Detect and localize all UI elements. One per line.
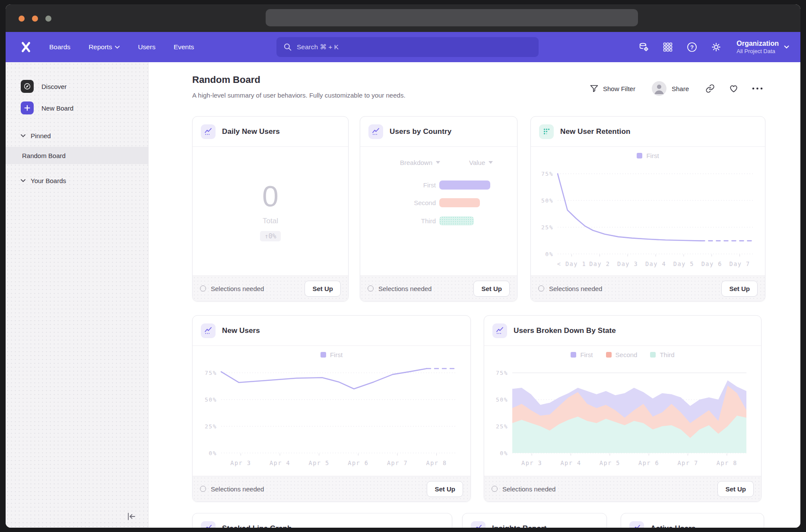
svg-text:Day 2: Day 2 bbox=[589, 260, 610, 267]
set-up-button[interactable]: Set Up bbox=[721, 281, 758, 297]
svg-text:75%: 75% bbox=[205, 370, 217, 376]
svg-text:75%: 75% bbox=[496, 370, 508, 376]
legend-swatch bbox=[571, 352, 576, 358]
card-title: Users by Country bbox=[390, 127, 451, 136]
organization-switcher[interactable]: Organization All Project Data bbox=[736, 39, 789, 55]
chevron-down-icon bbox=[21, 134, 25, 137]
nav-item-events[interactable]: Events bbox=[174, 43, 194, 51]
svg-text:Apr 4: Apr 4 bbox=[560, 459, 581, 466]
svg-text:?: ? bbox=[690, 44, 694, 51]
window-zoom-button[interactable] bbox=[45, 16, 51, 22]
value-dropdown[interactable]: Value bbox=[469, 159, 493, 166]
status-text: Selections needed bbox=[378, 285, 432, 292]
chevron-down-icon bbox=[115, 46, 120, 49]
gear-icon[interactable] bbox=[711, 41, 722, 53]
svg-text:50%: 50% bbox=[205, 396, 217, 403]
retention-line-chart: 75%50%25%0%< Day 1Day 2Day 3Day 4Day 5Da… bbox=[536, 163, 760, 272]
svg-text:Apr 5: Apr 5 bbox=[309, 459, 330, 466]
status-ring-icon bbox=[368, 285, 374, 291]
bar-first bbox=[439, 180, 490, 190]
traffic-lights bbox=[19, 16, 51, 22]
apps-grid-icon[interactable] bbox=[662, 41, 673, 53]
insights-chart-icon bbox=[629, 521, 644, 528]
insights-chart-icon bbox=[201, 323, 216, 338]
sidebar-section-your-boards[interactable]: Your Boards bbox=[21, 177, 66, 184]
svg-text:50%: 50% bbox=[541, 197, 553, 204]
legend-item-first: First bbox=[571, 351, 593, 358]
share-button[interactable]: Share bbox=[672, 85, 689, 92]
mixpanel-logo[interactable] bbox=[21, 41, 31, 53]
status-text: Selections needed bbox=[211, 285, 264, 292]
svg-text:Apr 8: Apr 8 bbox=[426, 459, 447, 466]
svg-text:0%: 0% bbox=[500, 450, 508, 456]
chevron-down-icon bbox=[21, 179, 25, 182]
sidebar-item-new-board[interactable]: New Board bbox=[6, 99, 148, 117]
svg-text:Apr 3: Apr 3 bbox=[521, 459, 542, 466]
collapse-sidebar-icon[interactable] bbox=[127, 512, 136, 521]
svg-text:75%: 75% bbox=[541, 171, 553, 177]
browser-window: Boards Reports Users Events Search ⌘ + K… bbox=[6, 4, 800, 528]
nav-item-users[interactable]: Users bbox=[138, 43, 155, 51]
nav-item-boards[interactable]: Boards bbox=[49, 43, 70, 51]
card-title: Users Broken Down By State bbox=[514, 326, 616, 335]
set-up-button[interactable]: Set Up bbox=[717, 481, 754, 497]
favorite-heart-icon[interactable] bbox=[729, 84, 739, 93]
window-close-button[interactable] bbox=[19, 16, 25, 22]
sidebar: Discover New Board Pinned Random Board Y… bbox=[6, 62, 149, 528]
card-active-users: Active Users bbox=[621, 513, 764, 528]
avatar[interactable] bbox=[652, 81, 666, 96]
legend-item-first: First bbox=[320, 351, 343, 358]
chart-legend: First Second Third bbox=[484, 351, 761, 358]
search-input[interactable]: Search ⌘ + K bbox=[276, 37, 539, 57]
funnel-icon bbox=[590, 84, 599, 93]
sidebar-item-random-board[interactable]: Random Board bbox=[6, 147, 148, 164]
search-placeholder: Search ⌘ + K bbox=[297, 43, 339, 51]
set-up-button[interactable]: Set Up bbox=[473, 281, 510, 297]
status-ring-icon bbox=[200, 486, 206, 492]
svg-text:Apr 6: Apr 6 bbox=[348, 459, 368, 466]
svg-text:Day 3: Day 3 bbox=[617, 260, 638, 267]
stacked-area-chart: 75%50%25%0%Apr 3Apr 4Apr 5Apr 6Apr 7Apr … bbox=[491, 362, 752, 471]
data-settings-icon[interactable] bbox=[638, 41, 649, 53]
help-icon[interactable]: ? bbox=[686, 41, 698, 53]
nav-item-reports[interactable]: Reports bbox=[89, 43, 120, 51]
address-bar[interactable] bbox=[266, 9, 638, 26]
insights-chart-icon bbox=[201, 124, 216, 139]
svg-text:Day 4: Day 4 bbox=[645, 260, 666, 267]
chart-legend: First bbox=[193, 351, 470, 358]
card-title: New User Retention bbox=[560, 127, 630, 136]
legend-swatch bbox=[637, 153, 642, 158]
chevron-down-icon bbox=[784, 45, 789, 49]
board-main: Random Board A high-level summary of use… bbox=[149, 62, 800, 528]
status-ring-icon bbox=[492, 486, 498, 492]
show-filter-button[interactable]: Show Filter bbox=[590, 84, 635, 93]
page-subtitle: A high-level summary of user behaviors. … bbox=[192, 92, 406, 99]
svg-text:Day 7: Day 7 bbox=[730, 260, 750, 267]
metric-value: 0 bbox=[262, 181, 279, 211]
more-options-icon[interactable] bbox=[752, 87, 763, 90]
window-minimize-button[interactable] bbox=[32, 16, 38, 22]
svg-text:Apr 6: Apr 6 bbox=[638, 459, 659, 466]
compass-icon bbox=[21, 80, 34, 93]
svg-text:50%: 50% bbox=[496, 396, 508, 403]
card-users-by-country: Users by Country Breakdown Value First S… bbox=[360, 116, 517, 301]
svg-text:0%: 0% bbox=[209, 450, 217, 456]
top-navbar: Boards Reports Users Events Search ⌘ + K… bbox=[6, 32, 800, 62]
status-ring-icon bbox=[200, 285, 206, 291]
metric-delta-badge: ↑0% bbox=[260, 231, 280, 241]
page-title: Random Board bbox=[192, 74, 260, 86]
set-up-button[interactable]: Set Up bbox=[305, 281, 341, 297]
set-up-button[interactable]: Set Up bbox=[427, 481, 463, 497]
card-new-user-retention: New User Retention First 75%50%25%0%< Da… bbox=[530, 116, 765, 301]
breakdown-dropdown[interactable]: Breakdown bbox=[400, 159, 440, 166]
search-icon bbox=[283, 43, 292, 51]
sidebar-item-discover[interactable]: Discover bbox=[6, 78, 148, 95]
svg-text:Apr 3: Apr 3 bbox=[230, 459, 251, 466]
retention-grid-icon bbox=[539, 124, 554, 139]
copy-link-icon[interactable] bbox=[705, 84, 715, 93]
sidebar-section-pinned[interactable]: Pinned bbox=[21, 132, 51, 139]
window-titlebar bbox=[6, 4, 800, 32]
legend-swatch bbox=[320, 352, 326, 358]
bar-row-label: Third bbox=[384, 217, 436, 225]
status-text: Selections needed bbox=[502, 485, 555, 493]
